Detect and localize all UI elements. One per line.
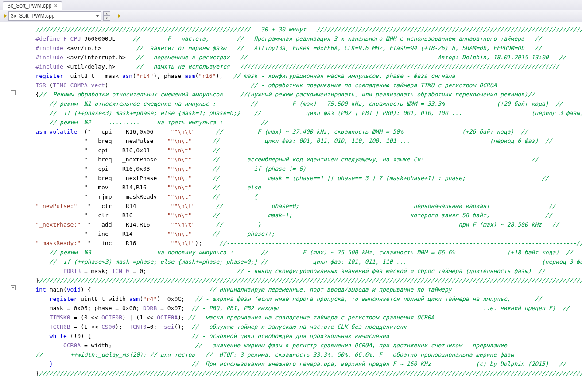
fold-toggle[interactable]: − bbox=[11, 285, 16, 290]
code-line: while (!0) { // - основной цикл освобожд… bbox=[22, 331, 582, 341]
code-line: TCCR0B = (1 << CS00); TCNT0=0; sei(); //… bbox=[22, 322, 582, 331]
code-line: " breq _nextPhase ""\n\t" // ассемблерны… bbox=[22, 155, 582, 164]
code-line: ////////////////////////////////////////… bbox=[22, 25, 582, 34]
spin-down-icon[interactable]: ▼ bbox=[103, 16, 110, 21]
code-line: ISR (TIM0_COMPA_vect) // - обработчик пр… bbox=[22, 81, 582, 90]
code-line: "_nextPhase:" " add R14,R16 ""\n\t" // }… bbox=[22, 220, 582, 229]
code-line: }///////////////////////////////////////… bbox=[22, 369, 582, 378]
code-line: " inc R14 ""\n\t" // phase++; bbox=[22, 229, 582, 238]
nav-arrow-icon[interactable] bbox=[4, 14, 7, 18]
ide-window: 3x_Soft_PWM.cpp × 3x_Soft_PWM.cpp ▲ ▼ − … bbox=[0, 0, 582, 392]
code-line: " rjmp _maskReady ""\n\t" // { // bbox=[22, 192, 582, 201]
code-line: {// Режимы обработки относительных смеще… bbox=[22, 90, 582, 99]
spin-up-icon[interactable]: ▲ bbox=[103, 11, 110, 16]
nav-spinner[interactable]: ▲ ▼ bbox=[103, 11, 110, 21]
tab-bar: 3x_Soft_PWM.cpp × bbox=[0, 0, 582, 10]
close-icon[interactable]: × bbox=[54, 3, 57, 9]
code-line: TIMSK0 = (0 << OCIE0B) | (1 << OCIE0A); … bbox=[22, 313, 582, 322]
code-line: " mov R14,R16 ""\n\t" // else // bbox=[22, 183, 582, 192]
code-line: // if (++phase<3) mask-=phase; else {mas… bbox=[22, 257, 582, 266]
file-tab[interactable]: 3x_Soft_PWM.cpp × bbox=[3, 1, 62, 10]
code-line: #include <avr/io.h> // зависит от ширины… bbox=[22, 43, 582, 53]
code-line: "_maskReady:" " inc R16 ""\n\t"); //----… bbox=[22, 238, 582, 248]
chevron-down-icon bbox=[96, 15, 99, 17]
code-line: asm volatile (" cpi R16,0x06 ""\n\t" // … bbox=[22, 127, 582, 136]
nav-arrow-icon[interactable] bbox=[118, 14, 120, 18]
code-line: // режим №3 ......... на половину импуль… bbox=[22, 248, 582, 257]
tab-label: 3x_Soft_PWM.cpp bbox=[8, 3, 51, 9]
dropdown-value: 3x_Soft_PWM.cpp bbox=[11, 13, 54, 19]
code-line: " cpi R16,0x01 ""\n\t" // bbox=[22, 146, 582, 155]
code-line: " breq _nextPhase ""\n\t" // mask = (pha… bbox=[22, 173, 582, 183]
code-line: " clr R16 ""\n\t" // mask=1; которого за… bbox=[22, 211, 582, 220]
fold-toggle[interactable]: − bbox=[11, 90, 16, 95]
code-line: } // При использовании внешнего генерато… bbox=[22, 359, 582, 369]
code-line: // if (++phase<3) mask+=phase; else {mas… bbox=[22, 108, 582, 118]
scope-dropdown[interactable]: 3x_Soft_PWM.cpp bbox=[8, 11, 101, 21]
code-line: " cpi R16,0x03 ""\n\t" // if (phase != 6… bbox=[22, 164, 582, 173]
gutter[interactable]: − − bbox=[0, 22, 17, 392]
code-line: // ++width;_delay_ms(20); // для тестов … bbox=[22, 350, 582, 359]
code-line: #include <util/delay.h> // память не исп… bbox=[22, 62, 582, 71]
code-line: mask = 0x06; phase = 0x00; DDRB = 0x07; … bbox=[22, 304, 582, 313]
code-line: #define F_CPU 9600000UL // F - частота, … bbox=[22, 34, 582, 43]
code-line: int main(void) { // инициализирую переме… bbox=[22, 285, 582, 294]
editor-area: − − ////////////////////////////////////… bbox=[0, 22, 582, 392]
code-view[interactable]: ////////////////////////////////////////… bbox=[17, 22, 582, 392]
code-line: }///////////////////////////////////////… bbox=[22, 276, 582, 285]
code-line: // режим №1 относительное смещение на им… bbox=[22, 99, 582, 108]
code-line: "_newPulse:" " clr R14 ""\n\t" // phase=… bbox=[22, 201, 582, 211]
code-line: register uint8_t width asm("r4")= 0x0C; … bbox=[22, 294, 582, 304]
nav-toolbar: 3x_Soft_PWM.cpp ▲ ▼ bbox=[0, 10, 582, 22]
code-line: " breq _newPulse ""\n\t" // цикл фаз: 00… bbox=[22, 136, 582, 146]
code-line: PORTB = mask; TCNT0 = 0; // - вывод скон… bbox=[22, 266, 582, 276]
code-line: register uint8_t mask asm("r14"), phase … bbox=[22, 71, 582, 81]
code-line: // режим №2 ......... на треть импульса … bbox=[22, 118, 582, 127]
code-line: #include <avr/interrupt.h> // переменные… bbox=[22, 53, 582, 62]
code-line: OCR0A = width; // - значение ширины фазы… bbox=[22, 341, 582, 350]
